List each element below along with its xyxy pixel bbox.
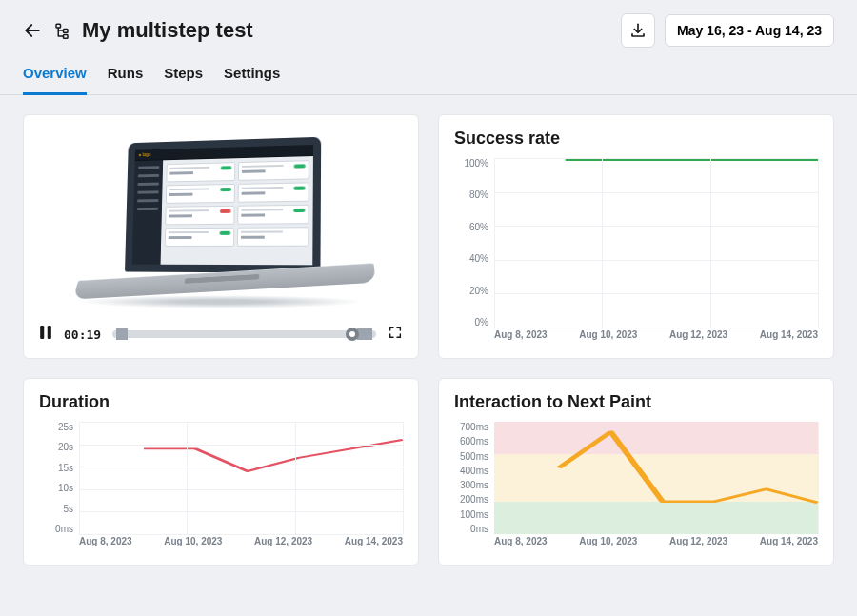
inp-title: Interaction to Next Paint xyxy=(454,392,818,412)
test-type-icon xyxy=(53,22,70,39)
fullscreen-button[interactable] xyxy=(388,325,403,344)
svg-rect-2 xyxy=(64,30,69,33)
tab-runs[interactable]: Runs xyxy=(108,65,144,94)
download-icon xyxy=(629,22,647,39)
date-range-button[interactable]: May 16, 23 - Aug 14, 23 xyxy=(665,14,834,47)
svg-rect-4 xyxy=(40,326,44,339)
success-chart: 100%80%60%40%20%0% Aug 8, 2023Aug 10, 20… xyxy=(454,158,818,348)
video-timeline[interactable] xyxy=(112,330,376,338)
back-arrow-icon[interactable] xyxy=(23,21,42,40)
duration-chart: 25s20s15s10s5s0ms Aug 8, 2023Aug 10, 202… xyxy=(39,422,403,555)
duration-card: Duration 25s20s15s10s5s0ms Aug 8, 2023Au… xyxy=(23,378,419,566)
laptop-illustration: ● logo xyxy=(69,139,373,308)
tab-overview[interactable]: Overview xyxy=(23,65,87,95)
playhead[interactable] xyxy=(346,328,359,341)
inp-chart: 700ms600ms500ms400ms300ms200ms100ms0ms A… xyxy=(454,422,818,555)
pause-button[interactable] xyxy=(39,326,52,343)
duration-title: Duration xyxy=(39,392,403,412)
video-player-bar: 00:19 xyxy=(39,325,403,344)
pause-icon xyxy=(39,326,52,339)
page-title: My multistep test xyxy=(82,18,253,43)
video-card: ● logo xyxy=(23,114,419,359)
success-title: Success rate xyxy=(454,129,818,149)
tab-settings[interactable]: Settings xyxy=(224,65,280,94)
success-rate-card: Success rate 100%80%60%40%20%0% Aug 8, 2… xyxy=(438,114,834,359)
video-preview[interactable]: ● logo xyxy=(39,129,403,319)
svg-rect-5 xyxy=(48,326,51,339)
fullscreen-icon xyxy=(388,325,403,340)
header-left: My multistep test xyxy=(23,18,253,43)
tab-bar: Overview Runs Steps Settings xyxy=(0,53,857,95)
page-header: My multistep test May 16, 23 - Aug 14, 2… xyxy=(0,0,857,53)
download-button[interactable] xyxy=(621,13,655,48)
video-time: 00:19 xyxy=(64,328,101,342)
header-right: May 16, 23 - Aug 14, 23 xyxy=(621,13,834,48)
tab-steps[interactable]: Steps xyxy=(164,65,203,94)
inp-card: Interaction to Next Paint 700ms600ms500m… xyxy=(438,378,834,566)
svg-rect-3 xyxy=(64,35,69,39)
card-grid: ● logo xyxy=(0,95,857,585)
